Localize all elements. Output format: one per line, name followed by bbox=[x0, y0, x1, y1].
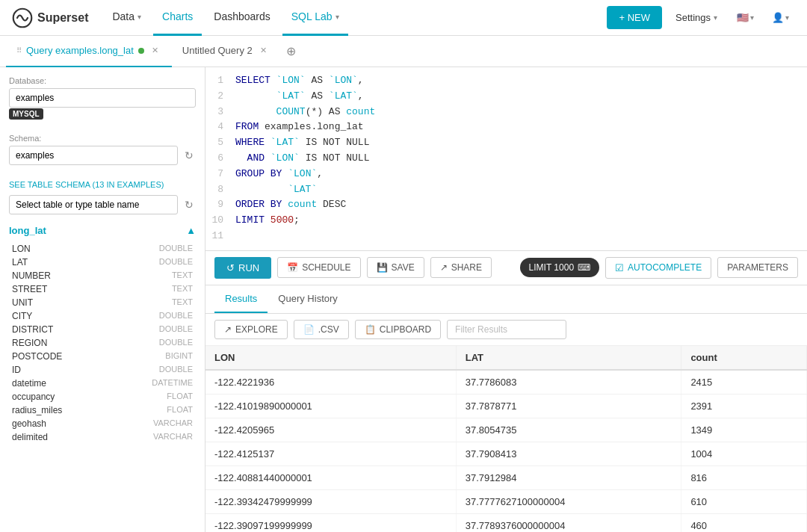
field-row: datetimeDATETIME bbox=[9, 377, 196, 390]
function-token: COUNT bbox=[276, 106, 306, 117]
limit-button[interactable]: LIMIT 1000 ⌨ bbox=[520, 258, 599, 277]
col-header-lon: LON bbox=[205, 346, 456, 370]
data-table-wrapper: LON LAT count -122.422193637.77860832415… bbox=[205, 346, 807, 532]
editor-area[interactable]: 1234567891011SELECT `LON` AS `LON`, `LAT… bbox=[205, 67, 807, 251]
field-type: DOUBLE bbox=[159, 365, 193, 375]
plain-token bbox=[235, 106, 276, 117]
table-refresh-button[interactable]: ↻ bbox=[182, 197, 196, 213]
table-cell: -122.4205965 bbox=[205, 418, 456, 442]
line-number: 3 bbox=[211, 105, 223, 120]
code-line: SELECT `LON` AS `LON`, bbox=[235, 73, 801, 89]
database-label: Database: bbox=[9, 76, 196, 85]
run-button[interactable]: ↺ RUN bbox=[214, 257, 271, 279]
field-row: LATDOUBLE bbox=[9, 256, 196, 269]
field-type: DOUBLE bbox=[159, 257, 193, 267]
tab-query-history[interactable]: Query History bbox=[268, 285, 347, 313]
table-cell: 1349 bbox=[681, 418, 807, 442]
field-row: IDDOUBLE bbox=[9, 363, 196, 377]
field-type: FLOAT bbox=[167, 392, 193, 402]
table-row: -122.422193637.77860832415 bbox=[205, 370, 807, 395]
table-cell: -122.41019890000001 bbox=[205, 394, 456, 418]
nav-charts[interactable]: Charts bbox=[153, 0, 202, 36]
table-row: -122.4101989000000137.78787712391 bbox=[205, 394, 807, 418]
code-lines: SELECT `LON` AS `LON`, `LAT` AS `LAT`, C… bbox=[229, 73, 807, 244]
keyboard-icon: ⌨ bbox=[578, 262, 590, 273]
sql-area: Database: examples MYSQL Schema: exampl bbox=[0, 67, 807, 532]
field-row: occupancyFLOAT bbox=[9, 390, 196, 403]
table-header: LON LAT count bbox=[205, 346, 807, 370]
tab-query-1[interactable]: ⠿ Query examples.long_lat ✕ bbox=[6, 36, 172, 67]
nav-dashboards[interactable]: Dashboards bbox=[205, 0, 279, 36]
new-button[interactable]: + NEW bbox=[607, 6, 662, 29]
number-token: 5000 bbox=[270, 214, 294, 226]
language-selector[interactable]: 🇺🇸 ▾ bbox=[731, 6, 760, 29]
filter-results-input[interactable] bbox=[447, 320, 566, 339]
plain-token: , bbox=[358, 90, 364, 102]
csv-button[interactable]: 📄 .CSV bbox=[294, 320, 349, 339]
table-row: -122.420596537.80547351349 bbox=[205, 418, 807, 442]
logo[interactable]: Superset bbox=[12, 7, 88, 28]
settings-button[interactable]: Settings ▾ bbox=[668, 6, 725, 29]
user-icon: 👤 bbox=[772, 12, 784, 23]
table-select-wrapper: Select table or type table name long_lat bbox=[9, 195, 178, 214]
save-button[interactable]: 💾 SAVE bbox=[367, 257, 424, 278]
table-body: -122.422193637.77860832415-122.410198900… bbox=[205, 370, 807, 532]
column-token: `LON` bbox=[329, 75, 358, 86]
table-cell: -122.4221936 bbox=[205, 370, 456, 395]
schema-select-row: examples ↻ bbox=[9, 146, 196, 165]
schema-select[interactable]: examples bbox=[9, 146, 178, 165]
plain-token: , bbox=[358, 75, 364, 86]
field-name: LON bbox=[12, 244, 31, 254]
schema-refresh-button[interactable]: ↻ bbox=[182, 147, 196, 164]
schedule-button[interactable]: 📅 SCHEDULE bbox=[277, 257, 360, 278]
save-icon: 💾 bbox=[377, 262, 388, 273]
table-cell: 2415 bbox=[681, 370, 807, 395]
column-token: `LAT` bbox=[329, 90, 358, 102]
field-row: NUMBERTEXT bbox=[9, 269, 196, 282]
table-row: -122.3934247999999937.777762710000000461… bbox=[205, 489, 807, 513]
code-line: WHERE `LAT` IS NOT NULL bbox=[235, 135, 801, 151]
table-cell: -122.39342479999999 bbox=[205, 489, 456, 513]
plain-token: AS bbox=[306, 90, 329, 102]
explore-button[interactable]: ↗ EXPLORE bbox=[214, 320, 288, 339]
chevron-down-icon: ▾ bbox=[714, 13, 717, 22]
field-name: geohash bbox=[12, 418, 46, 429]
column-token: `LON` bbox=[270, 75, 306, 86]
autocomplete-button[interactable]: ☑ AUTOCOMPLETE bbox=[605, 257, 711, 279]
line-number: 10 bbox=[211, 213, 223, 229]
chevron-down-icon: ▾ bbox=[336, 13, 339, 21]
add-tab-button[interactable]: ⊕ bbox=[280, 38, 302, 64]
tab-query-2[interactable]: Untitled Query 2 ✕ bbox=[172, 36, 280, 67]
query-panel: 1234567891011SELECT `LON` AS `LON`, `LAT… bbox=[205, 67, 807, 532]
nav-data[interactable]: Data ▾ bbox=[103, 0, 150, 36]
table-cell: 37.7789376000000004 bbox=[456, 513, 681, 532]
table-expand-header[interactable]: long_lat ▲ bbox=[9, 225, 196, 236]
db-type-tag: MYSQL bbox=[9, 108, 43, 120]
share-button[interactable]: ↗ SHARE bbox=[430, 257, 492, 278]
nav-sqllab[interactable]: SQL Lab ▾ bbox=[282, 0, 348, 36]
calendar-icon: 📅 bbox=[287, 262, 298, 273]
clipboard-button[interactable]: 📋 CLIPBOARD bbox=[355, 320, 441, 339]
tab-close-icon[interactable]: ✕ bbox=[257, 44, 270, 57]
keyword-token: WHERE bbox=[235, 137, 265, 148]
plain-token: examples.long_lat bbox=[259, 121, 363, 132]
table-select[interactable]: Select table or type table name long_lat bbox=[9, 195, 178, 214]
field-row: REGIONDOUBLE bbox=[9, 336, 196, 350]
line-number: 11 bbox=[211, 229, 223, 244]
parameters-button[interactable]: PARAMETERS bbox=[717, 257, 798, 278]
field-row: DISTRICTDOUBLE bbox=[9, 323, 196, 336]
line-number: 9 bbox=[211, 197, 223, 213]
tab-close-icon[interactable]: ✕ bbox=[149, 44, 161, 57]
field-row: CITYDOUBLE bbox=[9, 309, 196, 323]
database-select-row: examples MYSQL bbox=[9, 88, 196, 119]
user-menu[interactable]: 👤 ▾ bbox=[766, 6, 795, 29]
code-line: COUNT(*) AS count bbox=[235, 105, 801, 120]
database-select[interactable]: examples bbox=[9, 88, 196, 108]
table-cell: -122.40881440000001 bbox=[205, 466, 456, 489]
share-icon: ↗ bbox=[440, 262, 448, 273]
keyword-token: GROUP BY bbox=[235, 168, 282, 179]
tab-results[interactable]: Results bbox=[214, 285, 268, 313]
plain-token: IS NOT NULL bbox=[300, 152, 370, 164]
plain-token: IS NOT NULL bbox=[300, 137, 370, 148]
field-type: DOUBLE bbox=[159, 244, 193, 254]
